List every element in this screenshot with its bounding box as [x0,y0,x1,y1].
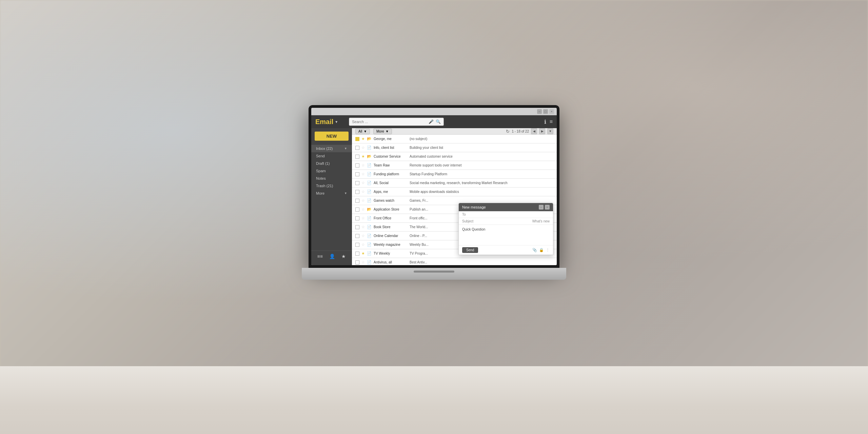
email-star-icon[interactable]: ☆ [361,207,365,212]
email-star-icon[interactable]: ★ [361,154,365,159]
email-row[interactable]: ☆ 📄 Info, client list Building your clie… [352,143,557,152]
send-button[interactable]: Send [462,247,478,253]
email-checkbox[interactable] [355,181,359,185]
compose-subject-field: Subject What's new [459,218,553,225]
email-checkbox[interactable] [355,225,359,229]
email-row[interactable]: ★ 📂 Customer Service Automated customer … [352,152,557,161]
email-sender: All, Social [374,181,408,185]
email-subject: (no subject) [410,137,553,141]
email-star-icon[interactable]: ☆ [361,216,365,220]
inbox-expand-icon: ▼ [344,147,347,150]
email-row[interactable]: ☆ 📄 Funding platform Startup Funding Pla… [352,170,557,179]
email-checkbox[interactable] [355,260,359,264]
email-star-icon[interactable]: ☆ [361,163,365,167]
search-input[interactable] [352,120,427,124]
email-sender: Funding platform [374,172,408,176]
page-menu-button[interactable]: ▼ [547,128,553,134]
email-star-icon[interactable]: ☆ [361,145,365,150]
close-button[interactable]: × [549,109,554,114]
compose-body[interactable]: Quick Question [459,225,553,245]
search-icon[interactable]: 🔍 [436,119,441,124]
email-star-icon[interactable]: ☆ [361,260,365,264]
email-checkbox[interactable] [355,155,359,159]
refresh-icon[interactable]: ↻ [506,129,510,134]
prev-page-button[interactable]: ◀ [531,128,537,134]
email-folder-icon: 📄 [367,225,372,229]
email-row[interactable]: ☆ 📄 Team Raw Remote support tools over i… [352,161,557,170]
sidebar: NEW Inbox (22) ▼ Send Draft (1) [311,128,352,265]
compose-close-button[interactable]: × [545,205,550,210]
email-folder-icon: 📄 [367,172,372,176]
favorites-icon[interactable]: ★ [341,254,346,259]
compose-minimize-button[interactable]: – [539,205,544,210]
email-star-icon[interactable]: ☆ [361,172,365,176]
email-checkbox[interactable] [355,216,359,220]
sidebar-item-notes[interactable]: Notes [311,175,352,182]
filter-all-button[interactable]: All ▼ [355,129,370,134]
whats-new-link[interactable]: What's new [532,219,550,223]
email-folder-icon: 📄 [367,242,372,247]
email-row[interactable]: ☆ 📄 Apps, me Mobile apps downloads stati… [352,188,557,196]
sidebar-item-notes-label: Notes [316,176,326,180]
email-star-icon[interactable]: ☆ [361,190,365,194]
filter-icon[interactable]: ≡≡ [317,254,323,259]
email-checkbox[interactable] [355,252,359,256]
email-folder-icon: 📂 [367,137,372,141]
compose-footer-icons: 📎 🔒 ⋮ [532,248,550,252]
sidebar-item-trash[interactable]: Trash (21) [311,182,352,190]
laptop-body: – □ × Email ▼ [298,105,570,295]
email-folder-icon: 📄 [367,216,372,220]
sidebar-item-send[interactable]: Send [311,152,352,160]
email-star-icon[interactable]: ★ [361,251,365,256]
info-icon[interactable]: ℹ [544,119,546,125]
filter-more-button[interactable]: More ▼ [373,129,392,134]
email-folder-icon: 📄 [367,190,372,194]
title-bar: – □ × [311,108,557,115]
sidebar-item-draft[interactable]: Draft (1) [311,160,352,167]
menu-icon[interactable]: ≡ [550,119,553,125]
compose-to-input[interactable] [478,213,550,216]
email-star-icon[interactable]: ☆ [361,225,365,229]
sidebar-item-more[interactable]: More ▼ [311,190,352,197]
minimize-button[interactable]: – [537,109,542,114]
sidebar-item-inbox-label: Inbox (22) [316,146,333,151]
email-star-icon[interactable]: ☆ [361,242,365,247]
sidebar-item-spam-label: Spam [316,169,326,173]
email-star-icon[interactable]: ☆ [361,181,365,185]
email-checkbox[interactable] [355,137,359,141]
email-star-icon[interactable]: ☆ [361,234,365,238]
filter-more-label: More [376,130,384,133]
email-star-icon[interactable]: ★ [361,137,365,141]
email-sender: Team Raw [374,163,408,167]
maximize-button[interactable]: □ [543,109,548,114]
new-email-button[interactable]: NEW [315,132,349,141]
email-checkbox[interactable] [355,146,359,150]
contacts-icon[interactable]: 👤 [329,254,335,259]
email-checkbox[interactable] [355,243,359,247]
email-row[interactable]: ☆ 📄 Antivirus, all Best Antiv... [352,258,557,265]
next-page-button[interactable]: ▶ [539,128,545,134]
compose-lock-icon[interactable]: 🔒 [539,248,544,252]
email-star-icon[interactable]: ☆ [361,198,365,203]
sidebar-item-inbox[interactable]: Inbox (22) ▼ [311,145,352,152]
email-row[interactable]: ☆ 📄 All, Social Social media marketing, … [352,179,557,188]
email-list-toolbar: All ▼ More ▼ ↻ 1 - 18 of 22 [352,128,557,135]
compose-attach-icon[interactable]: 📎 [532,248,537,252]
email-folder-icon: 📄 [367,145,372,150]
compose-more-icon[interactable]: ⋮ [546,248,550,252]
sidebar-item-more-label: More [316,191,324,195]
app-title-dropdown-icon[interactable]: ▼ [335,120,338,124]
email-checkbox[interactable] [355,190,359,194]
email-checkbox[interactable] [355,234,359,238]
email-row[interactable]: ★ 📂 George, me (no subject) [352,135,557,143]
email-checkbox[interactable] [355,172,359,176]
email-sender: Front Office [374,216,408,220]
email-checkbox[interactable] [355,208,359,212]
email-subject: Best Antiv... [410,260,553,264]
email-checkbox[interactable] [355,199,359,203]
email-checkbox[interactable] [355,163,359,167]
sidebar-item-spam[interactable]: Spam [311,167,352,175]
compose-subject-input[interactable] [478,219,530,223]
email-subject: Automated customer service [410,155,553,158]
compose-to-field: To [459,211,553,218]
